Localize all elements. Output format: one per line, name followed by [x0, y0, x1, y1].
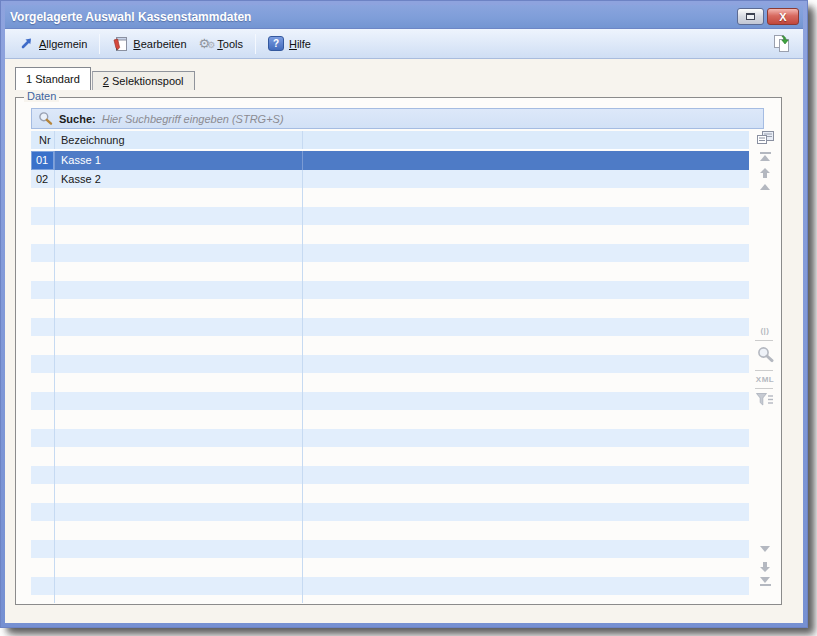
table-row[interactable] [31, 244, 749, 263]
row-bezeichnung-cell[interactable] [55, 225, 303, 244]
menu-item-tools[interactable]: ⚙⚙ Tools [193, 34, 249, 53]
export-button[interactable] [770, 32, 793, 55]
down-icon[interactable] [753, 546, 777, 552]
row-bezeichnung-cell[interactable] [55, 392, 303, 411]
minimize-button[interactable] [737, 8, 764, 25]
row-bezeichnung-cell[interactable] [55, 595, 303, 603]
row-bezeichnung-cell[interactable] [55, 521, 303, 540]
row-nr-cell[interactable]: 01 [31, 151, 55, 170]
table-row[interactable] [31, 503, 749, 522]
table-row[interactable]: 01Kasse 1 [31, 151, 749, 170]
table-row[interactable] [31, 207, 749, 226]
row-nr-cell[interactable] [31, 225, 55, 244]
table-row[interactable] [31, 281, 749, 300]
table-row[interactable] [31, 558, 749, 577]
row-nr-cell[interactable] [31, 392, 55, 411]
row-nr-cell[interactable] [31, 207, 55, 226]
scroll-top-icon[interactable] [753, 152, 777, 161]
row-bezeichnung-cell[interactable] [55, 429, 303, 448]
row-bezeichnung-cell[interactable] [55, 318, 303, 337]
row-bezeichnung-cell[interactable] [55, 410, 303, 429]
table-row[interactable] [31, 262, 749, 281]
column-header-nr[interactable]: Nr [31, 131, 55, 149]
column-header-bezeichnung[interactable]: Bezeichnung [55, 131, 303, 149]
menu-item-allgemein[interactable]: Allgemein [13, 33, 93, 54]
zoom-icon[interactable] [753, 346, 777, 363]
row-nr-cell[interactable] [31, 318, 55, 337]
row-bezeichnung-cell[interactable] [55, 540, 303, 559]
row-nr-cell[interactable] [31, 410, 55, 429]
row-bezeichnung-cell[interactable] [55, 355, 303, 374]
move-up-icon[interactable] [753, 167, 777, 179]
row-nr-cell[interactable] [31, 373, 55, 392]
row-nr-cell[interactable] [31, 355, 55, 374]
table-row[interactable] [31, 299, 749, 318]
table-row[interactable] [31, 466, 749, 485]
row-bezeichnung-cell[interactable] [55, 244, 303, 263]
table-row[interactable] [31, 225, 749, 244]
scroll-bottom-icon[interactable] [753, 577, 777, 586]
table-row[interactable] [31, 447, 749, 466]
row-nr-cell[interactable] [31, 466, 55, 485]
row-bezeichnung-cell[interactable]: Kasse 1 [55, 151, 303, 170]
row-bezeichnung-cell[interactable]: Kasse 2 [55, 170, 303, 189]
table-row[interactable] [31, 355, 749, 374]
table-row[interactable] [31, 392, 749, 411]
table-row[interactable] [31, 595, 749, 603]
row-nr-cell[interactable] [31, 558, 55, 577]
row-bezeichnung-cell[interactable] [55, 188, 303, 207]
row-bezeichnung-cell[interactable] [55, 262, 303, 281]
count-icon[interactable]: (|) [753, 326, 777, 335]
up-icon[interactable] [753, 184, 777, 190]
table-row[interactable]: 02Kasse 2 [31, 170, 749, 189]
row-nr-cell[interactable] [31, 484, 55, 503]
close-button[interactable]: X [767, 8, 799, 25]
titlebar[interactable]: Vorgelagerte Auswahl Kassenstammdaten X [5, 5, 803, 29]
row-bezeichnung-cell[interactable] [55, 558, 303, 577]
table-row[interactable] [31, 540, 749, 559]
table-row[interactable] [31, 484, 749, 503]
row-nr-cell[interactable] [31, 262, 55, 281]
row-bezeichnung-cell[interactable] [55, 281, 303, 300]
row-nr-cell[interactable] [31, 595, 55, 603]
search-input[interactable]: Suche: Hier Suchbegriff eingeben (STRG+S… [31, 108, 764, 129]
column-chooser-icon[interactable] [753, 131, 777, 146]
row-nr-cell[interactable] [31, 503, 55, 522]
row-nr-cell[interactable] [31, 281, 55, 300]
table-row[interactable] [31, 429, 749, 448]
row-bezeichnung-cell[interactable] [55, 577, 303, 596]
row-nr-cell[interactable] [31, 521, 55, 540]
row-bezeichnung-cell[interactable] [55, 373, 303, 392]
menu-item-bearbeiten[interactable]: Bearbeiten [106, 33, 192, 55]
row-bezeichnung-cell[interactable] [55, 503, 303, 522]
menu-item-hilfe[interactable]: ? Hilfe [262, 33, 317, 54]
table-header[interactable]: Nr Bezeichnung [31, 131, 749, 150]
row-nr-cell[interactable] [31, 429, 55, 448]
table-row[interactable] [31, 373, 749, 392]
row-nr-cell[interactable] [31, 299, 55, 318]
row-bezeichnung-cell[interactable] [55, 336, 303, 355]
table-row[interactable] [31, 318, 749, 337]
row-bezeichnung-cell[interactable] [55, 447, 303, 466]
row-nr-cell[interactable] [31, 447, 55, 466]
row-nr-cell[interactable] [31, 336, 55, 355]
row-bezeichnung-cell[interactable] [55, 299, 303, 318]
table-row[interactable] [31, 336, 749, 355]
xml-icon[interactable]: XML [753, 375, 777, 384]
tab-selektionspool[interactable]: 2 Selektionspool [92, 71, 195, 90]
move-down-icon[interactable] [753, 561, 777, 573]
row-nr-cell[interactable] [31, 188, 55, 207]
row-nr-cell[interactable] [31, 540, 55, 559]
row-nr-cell[interactable] [31, 577, 55, 596]
row-nr-cell[interactable] [31, 244, 55, 263]
row-nr-cell[interactable]: 02 [31, 170, 55, 189]
filter-icon[interactable] [753, 393, 777, 406]
table-row[interactable] [31, 188, 749, 207]
table-row[interactable] [31, 521, 749, 540]
table-row[interactable] [31, 410, 749, 429]
table-row[interactable] [31, 577, 749, 596]
row-bezeichnung-cell[interactable] [55, 484, 303, 503]
row-bezeichnung-cell[interactable] [55, 466, 303, 485]
tab-standard[interactable]: 1 Standard [15, 67, 91, 90]
row-bezeichnung-cell[interactable] [55, 207, 303, 226]
